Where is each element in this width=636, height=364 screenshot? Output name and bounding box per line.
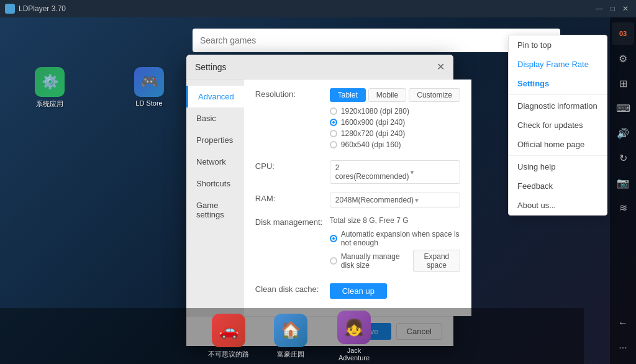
- taskbar-game2[interactable]: 🏠 富豪庄园: [274, 314, 307, 359]
- settings-dialog: Settings ✕ Advanced Basic Properties Net…: [186, 55, 453, 346]
- volume-button[interactable]: 🔊: [612, 122, 634, 144]
- nav-properties[interactable]: Properties: [186, 129, 244, 151]
- customize-button[interactable]: Customize: [409, 88, 460, 102]
- menu-divider-2: [509, 155, 607, 156]
- ram-dropdown-arrow: ▼: [414, 197, 455, 204]
- menu-feedback[interactable]: Feedback: [509, 176, 607, 196]
- dialog-titlebar: Settings ✕: [186, 55, 453, 80]
- res-option-3[interactable]: 1280x720 (dpi 240): [330, 129, 460, 138]
- game2-icon: 🏠: [274, 314, 307, 347]
- context-menu: Pin to top Display Frame Rate Settings D…: [508, 35, 607, 216]
- cpu-label: CPU:: [255, 160, 330, 171]
- auto-expand-option[interactable]: Automatic expansion when space is not en…: [330, 230, 460, 247]
- menu-home-page[interactable]: Official home page: [509, 135, 607, 154]
- disk-info: Total size 8 G, Free 7 G: [330, 216, 460, 225]
- taskbar-game3[interactable]: 👧 Jack Adventure: [332, 311, 376, 362]
- res-option-4[interactable]: 960x540 (dpi 160): [330, 140, 460, 149]
- nav-network[interactable]: Network: [186, 151, 244, 173]
- resolution-row: Resolution: Tablet Mobile Customize 1920…: [255, 88, 460, 152]
- menu-pin-top[interactable]: Pin to top: [509, 35, 607, 55]
- manual-disk-label: Manually manage disk size: [341, 252, 404, 270]
- clean-disk-label: Clean disk cache:: [255, 283, 330, 294]
- ram-value: 2048M(Recommended): [335, 196, 414, 204]
- cpu-dropdown[interactable]: 2 cores(Recommended) ▼: [330, 160, 460, 184]
- menu-using-help[interactable]: Using help: [509, 157, 607, 176]
- clean-disk-row: Clean disk cache: Clean up: [255, 283, 460, 299]
- nav-advanced[interactable]: Advanced: [186, 86, 244, 107]
- menu-settings[interactable]: Settings: [509, 74, 607, 93]
- dialog-close-button[interactable]: ✕: [437, 61, 445, 73]
- desktop-icon-sysapp[interactable]: ⚙️ 系统应用: [31, 67, 68, 109]
- ram-control: 2048M(Recommended) ▼: [330, 193, 460, 207]
- res-label-4: 960x540 (dpi 160): [341, 140, 401, 149]
- settings-content: Resolution: Tablet Mobile Customize 1920…: [244, 80, 471, 316]
- mobile-button[interactable]: Mobile: [368, 88, 406, 102]
- search-bar[interactable]: 🔍: [193, 29, 560, 52]
- sysapp-icon: ⚙️: [35, 67, 65, 97]
- expand-space-button[interactable]: Expand space: [413, 250, 460, 272]
- clean-disk-control: Clean up: [330, 283, 460, 299]
- window-controls: — □ ✕: [593, 3, 631, 14]
- menu-about[interactable]: About us...: [509, 196, 607, 215]
- auto-expand-label: Automatic expansion when space is not en…: [341, 230, 460, 247]
- radio-1: [330, 107, 337, 115]
- menu-diagnostic[interactable]: Diagnostic information: [509, 96, 607, 116]
- manual-disk-option[interactable]: Manually manage disk size Expand space: [330, 250, 460, 272]
- ram-dropdown[interactable]: 2048M(Recommended) ▼: [330, 193, 460, 207]
- title-bar: LDPlayer 3.70 — □ ✕: [0, 0, 636, 17]
- resolution-label: Resolution:: [255, 88, 330, 99]
- taskbar-game1[interactable]: 🚗 不可思议的路: [208, 314, 249, 359]
- auto-expand-radio: [330, 235, 337, 242]
- res-option-1[interactable]: 1920x1080 (dpi 280): [330, 107, 460, 116]
- menu-divider-1: [509, 94, 607, 95]
- search-input[interactable]: [200, 35, 540, 45]
- menu-check-updates[interactable]: Check for updates: [509, 116, 607, 135]
- cleanup-button[interactable]: Clean up: [330, 283, 387, 299]
- apps-button[interactable]: ⊞: [612, 72, 634, 94]
- dialog-title: Settings: [195, 62, 227, 72]
- radio-4: [330, 141, 337, 148]
- game1-icon: 🚗: [212, 314, 245, 347]
- cpu-dropdown-arrow: ▼: [409, 169, 455, 176]
- dialog-body: Advanced Basic Properties Network Shortc…: [186, 80, 453, 316]
- sysapp-label: 系统应用: [36, 99, 63, 109]
- res-label-3: 1280x720 (dpi 240): [341, 129, 405, 138]
- cpu-value: 2 cores(Recommended): [335, 163, 409, 181]
- main-area: 🔍 ⚙️ 系统应用 🎮 LD Store Settings ✕ Advanced…: [0, 17, 636, 364]
- taskbar: 🚗 不可思议的路 🏠 富豪庄园 👧 Jack Adventure: [0, 308, 584, 364]
- close-button[interactable]: ✕: [620, 3, 631, 14]
- menu-display-frame[interactable]: Display Frame Rate: [509, 55, 607, 74]
- ram-label: RAM:: [255, 193, 330, 203]
- nav-basic[interactable]: Basic: [186, 107, 244, 129]
- disk-control: Total size 8 G, Free 7 G Automatic expan…: [330, 216, 460, 275]
- game1-label: 不可思议的路: [208, 350, 249, 359]
- minimize-button[interactable]: —: [593, 3, 606, 14]
- manual-disk-radio: [330, 257, 337, 265]
- desktop-icon-ldstore[interactable]: 🎮 LD Store: [130, 67, 168, 107]
- radio-2: [330, 119, 337, 126]
- cpu-control: 2 cores(Recommended) ▼: [330, 160, 460, 184]
- game3-icon: 👧: [337, 311, 371, 344]
- screenshot-button[interactable]: 📷: [612, 171, 634, 194]
- ram-row: RAM: 2048M(Recommended) ▼: [255, 193, 460, 207]
- counter-display: 03: [612, 22, 634, 45]
- more-button[interactable]: ···: [612, 337, 634, 359]
- maximize-button[interactable]: □: [608, 3, 617, 14]
- disk-label: Disk management:: [255, 216, 330, 227]
- tablet-button[interactable]: Tablet: [330, 88, 366, 102]
- rotate-button[interactable]: ↻: [612, 147, 634, 169]
- res-label-2: 1600x900 (dpi 240): [341, 118, 405, 127]
- nav-game-settings[interactable]: Game settings: [186, 194, 244, 225]
- settings-gear-button[interactable]: ⚙: [612, 47, 634, 70]
- nav-shortcuts[interactable]: Shortcuts: [186, 173, 244, 194]
- back-button[interactable]: ←: [612, 312, 634, 334]
- shake-button[interactable]: ≋: [612, 196, 634, 219]
- app-logo: [5, 4, 15, 14]
- resolution-control: Tablet Mobile Customize 1920x1080 (dpi 2…: [330, 88, 460, 152]
- res-option-2[interactable]: 1600x900 (dpi 240): [330, 118, 460, 127]
- res-label-1: 1920x1080 (dpi 280): [341, 107, 409, 116]
- right-sidebar: 03 ⚙ ⊞ ⌨ 🔊 ↻ 📷 ≋ ← ···: [610, 17, 636, 364]
- disk-row: Disk management: Total size 8 G, Free 7 …: [255, 216, 460, 275]
- keyboard-button[interactable]: ⌨: [612, 97, 634, 119]
- radio-3: [330, 130, 337, 137]
